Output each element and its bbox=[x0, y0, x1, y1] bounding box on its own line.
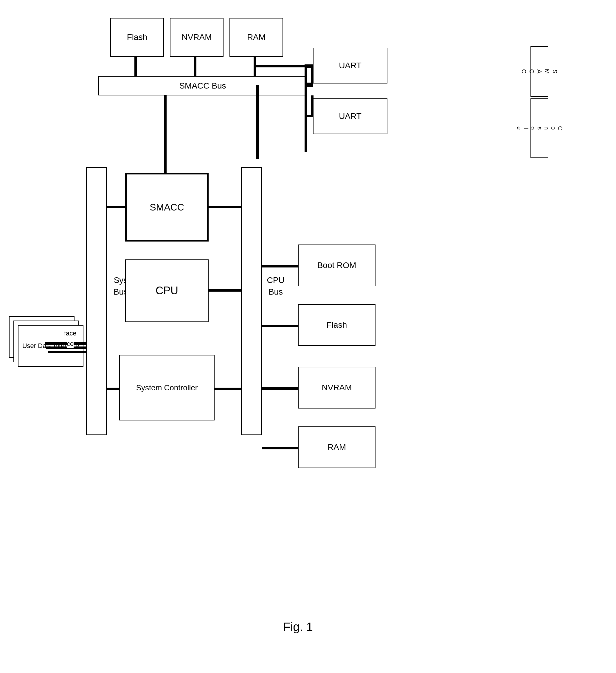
smacc-side-label: S M A C C bbox=[531, 46, 548, 97]
smacc-block: SMACC bbox=[125, 173, 209, 242]
smacc-bus-to-uart-line bbox=[307, 85, 313, 87]
cpu-block: CPU bbox=[125, 259, 209, 322]
sys-bus-to-smacc-line bbox=[107, 206, 125, 208]
ram-top-box: RAM bbox=[230, 18, 283, 57]
cpu-to-cpu-bus-line bbox=[209, 289, 241, 292]
system-controller-block: System Controller bbox=[119, 355, 215, 420]
cpu-bus-bar bbox=[241, 167, 262, 435]
nvram-to-smacc-bus-line bbox=[194, 57, 197, 76]
to-uart-top-v bbox=[311, 65, 314, 83]
cpu-bus-to-flash-line bbox=[262, 325, 298, 327]
boot-rom-box: Boot ROM bbox=[298, 244, 375, 286]
smacc-to-cpu-bus-line bbox=[209, 206, 241, 208]
cpu-bus-to-nvram-line bbox=[262, 387, 298, 390]
smacc-bus-right-vert bbox=[256, 85, 259, 159]
fig-caption: Fig. 1 bbox=[238, 620, 358, 634]
triple-line-2 bbox=[46, 347, 86, 349]
smacc-right-vert-line bbox=[305, 66, 307, 152]
uart-top-box: UART bbox=[313, 48, 387, 83]
flash-right-box: Flash bbox=[298, 304, 375, 346]
console-side-label: C o n s o l e bbox=[531, 98, 548, 158]
sys-bus-bar bbox=[86, 167, 107, 435]
flash-top-box: Flash bbox=[110, 18, 164, 57]
to-uart-bot-v bbox=[311, 95, 314, 117]
smacc-bus-to-smacc-block-line bbox=[164, 95, 167, 173]
ram-to-smacc-bus-line bbox=[254, 57, 256, 76]
flash-to-smacc-bus-line bbox=[134, 57, 137, 76]
iface-label2: ce bbox=[67, 340, 74, 348]
nvram-top-box: NVRAM bbox=[170, 18, 224, 57]
triple-line-1 bbox=[45, 342, 86, 345]
to-uart-bot-h bbox=[311, 115, 313, 117]
to-uart-top-h bbox=[256, 65, 313, 67]
triple-line-3 bbox=[48, 351, 86, 353]
sys-ctrl-to-sys-bus-line bbox=[107, 388, 119, 390]
ram-right-box: RAM bbox=[298, 426, 375, 468]
nvram-right-box: NVRAM bbox=[298, 367, 375, 409]
smacc-bus-box: SMACC Bus bbox=[98, 76, 307, 95]
iface-label1: face bbox=[64, 329, 77, 337]
uart-bottom-box: UART bbox=[313, 98, 387, 134]
cpu-bus-to-bootrom-line bbox=[262, 265, 298, 267]
diagram: Flash NVRAM RAM SMACC Bus UART UART S M … bbox=[0, 0, 616, 673]
cpu-bus-label: CPU Bus bbox=[264, 274, 288, 297]
cpu-bus-to-ram-line bbox=[262, 447, 298, 449]
sys-ctrl-to-cpu-bus-line bbox=[215, 388, 241, 390]
